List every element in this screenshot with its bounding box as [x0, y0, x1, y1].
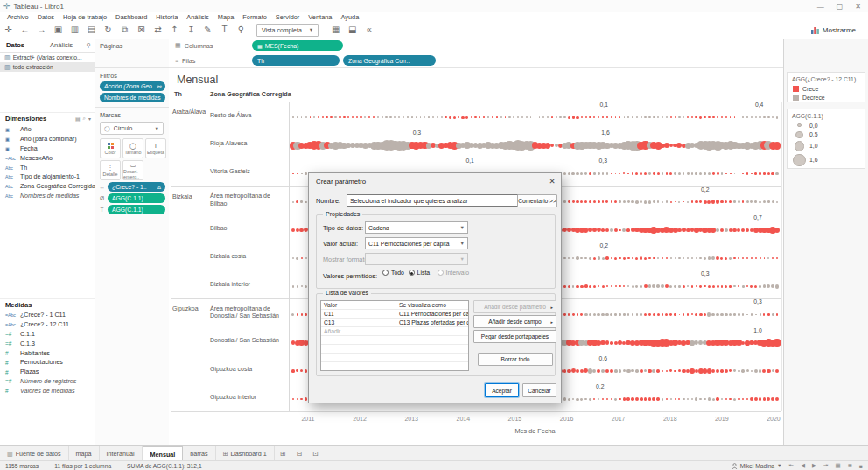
mark-dot[interactable]	[632, 116, 634, 118]
swap-axes-icon[interactable]: ⇄	[150, 22, 166, 38]
mark-dot[interactable]	[738, 313, 740, 316]
mark-dot[interactable]	[670, 398, 672, 400]
mark-dot[interactable]	[568, 116, 570, 119]
user-menu[interactable]: Mikel Madina ▼	[732, 463, 782, 469]
mark-dot[interactable]	[665, 313, 668, 316]
mark-dot[interactable]	[751, 313, 752, 315]
mark-dot[interactable]	[389, 116, 391, 118]
mark-dot[interactable]	[297, 116, 298, 118]
menu-mapa[interactable]: Mapa	[214, 13, 239, 21]
mark-dot[interactable]	[696, 285, 697, 287]
mark-dot[interactable]	[669, 369, 672, 372]
mark-dot[interactable]	[568, 398, 570, 401]
mark-dot[interactable]	[471, 116, 472, 118]
mark-dot[interactable]	[772, 200, 774, 203]
mark-dot[interactable]	[687, 201, 689, 203]
mark-dot[interactable]	[648, 284, 652, 288]
mark-dot[interactable]	[746, 116, 748, 118]
mark-dot[interactable]	[626, 228, 630, 232]
mark-dot[interactable]	[682, 257, 684, 259]
mark-dot[interactable]	[593, 257, 596, 260]
mark-dot[interactable]	[716, 228, 720, 233]
menu-dashboard[interactable]: Dashboard	[111, 13, 151, 21]
mark-dot[interactable]	[576, 200, 578, 203]
sort-descending-icon[interactable]: ↧	[183, 22, 200, 38]
back-icon[interactable]: ←	[17, 22, 33, 38]
mark-dot[interactable]	[584, 257, 587, 260]
mark-dot[interactable]	[687, 398, 689, 400]
mark-dot[interactable]	[699, 398, 702, 401]
mark-dot[interactable]	[759, 116, 760, 118]
radio-todo[interactable]: Todo	[382, 270, 404, 276]
mark-dot[interactable]	[776, 313, 779, 316]
mark-dot[interactable]	[614, 257, 617, 260]
show-cards-icon[interactable]: ▦	[327, 22, 344, 38]
mark-dot[interactable]	[730, 116, 732, 118]
mark-dot[interactable]	[653, 313, 655, 316]
mark-dot[interactable]	[766, 284, 770, 288]
mark-dot[interactable]	[767, 116, 769, 118]
mark-dot[interactable]	[296, 200, 298, 203]
mark-dot[interactable]	[682, 369, 685, 373]
mark-dot[interactable]	[738, 116, 740, 118]
mark-dot[interactable]	[742, 257, 744, 259]
menu-archivo[interactable]: Archivo	[3, 13, 33, 21]
mark-dot[interactable]	[656, 369, 659, 372]
mark-dot[interactable]	[644, 313, 647, 316]
menu-formato[interactable]: Formato	[238, 13, 271, 21]
marks-button-etiqueta[interactable]: TEtiqueta	[145, 138, 166, 158]
mark-dot[interactable]	[500, 116, 502, 118]
mark-dot[interactable]	[704, 285, 705, 287]
mark-dot[interactable]	[729, 369, 732, 372]
mark-dot[interactable]	[652, 284, 655, 288]
size-legend[interactable]: AGG(C.1.1) 0,00,51,01,6	[787, 109, 865, 169]
mark-dot[interactable]	[339, 116, 341, 119]
mark-dot[interactable]	[547, 116, 549, 118]
menu-datos[interactable]: Datos	[33, 13, 59, 21]
anadir-desde-campo-button[interactable]: Añadir desde campo▸	[473, 315, 556, 328]
menu-ayuda[interactable]: Ayuda	[336, 13, 363, 21]
clear-all-button[interactable]: Borrar todo	[478, 353, 553, 366]
mark-dot[interactable]	[708, 285, 710, 288]
mark-dot[interactable]	[615, 173, 617, 175]
mark-dot[interactable]	[725, 116, 727, 118]
mark-dot[interactable]	[310, 116, 312, 118]
mark-dot[interactable]	[669, 313, 672, 316]
mark-dot[interactable]	[742, 173, 744, 175]
accept-button[interactable]: Aceptar	[485, 383, 519, 397]
mark-dot[interactable]	[606, 172, 608, 174]
field-th[interactable]: AbcTh	[0, 163, 94, 172]
mark-dot[interactable]	[775, 397, 779, 401]
mark-dot[interactable]	[627, 173, 629, 175]
mark-dot[interactable]	[360, 116, 361, 118]
mark-dot[interactable]	[568, 172, 570, 175]
mark-dot[interactable]	[734, 173, 736, 175]
mark-dot[interactable]	[318, 116, 319, 118]
mark-dot[interactable]	[648, 172, 651, 175]
mark-dot[interactable]	[772, 257, 774, 259]
mark-dot[interactable]	[750, 397, 753, 401]
mark-dot[interactable]	[449, 116, 452, 119]
mark-dot[interactable]	[343, 116, 346, 119]
mark-dot[interactable]	[356, 116, 358, 118]
mark-dot[interactable]	[738, 173, 740, 175]
mark-dot[interactable]	[564, 397, 566, 400]
mark-dot[interactable]	[763, 200, 766, 203]
mark-dot[interactable]	[640, 369, 643, 373]
field-fecha[interactable]: ▣Fecha	[0, 144, 94, 154]
fit-dropdown[interactable]: Vista completa ▼	[256, 24, 318, 37]
mark-dot[interactable]	[304, 172, 306, 174]
next-sheet-button[interactable]: ▶	[812, 462, 816, 469]
mark-dot[interactable]	[687, 116, 690, 119]
mark-dot[interactable]	[632, 172, 634, 175]
mark-dot[interactable]	[598, 172, 600, 175]
mark-dot[interactable]	[602, 257, 605, 260]
mark-dot[interactable]	[717, 172, 719, 175]
mark-dot[interactable]	[695, 200, 697, 203]
mark-dot[interactable]	[766, 369, 771, 374]
mark-dot[interactable]	[678, 116, 680, 118]
minimize-button[interactable]: —	[817, 3, 824, 11]
mark-dot[interactable]	[760, 313, 761, 315]
mark-dot[interactable]	[724, 200, 727, 203]
mark-dot[interactable]	[721, 172, 723, 174]
